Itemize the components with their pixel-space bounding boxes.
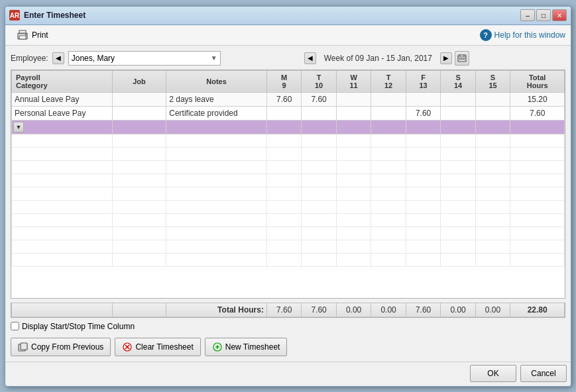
- new-row-total: [510, 120, 565, 134]
- totals-total: 22.80: [510, 303, 565, 317]
- toolbar: Print ? Help for this window: [5, 25, 571, 46]
- cancel-button[interactable]: Cancel: [520, 365, 567, 382]
- ok-button[interactable]: OK: [470, 365, 516, 382]
- window-controls: – □ ✕: [520, 9, 567, 21]
- clear-timesheet-label: Clear Timesheet: [135, 342, 193, 352]
- totals-sun: 0.00: [475, 303, 510, 317]
- cell-total: 15.20: [510, 92, 565, 106]
- col-sun: S15: [475, 70, 510, 92]
- totals-label: Total Hours:: [166, 303, 267, 317]
- svg-rect-9: [461, 58, 463, 60]
- col-wed: W11: [336, 70, 371, 92]
- totals-container: Total Hours: 7.60 7.60 0.00 0.00 7.60 0.…: [11, 303, 565, 318]
- empty-row: [12, 160, 565, 173]
- cell-payroll-category: Personal Leave Pay: [12, 106, 113, 120]
- svg-point-3: [25, 34, 27, 35]
- col-thu: T12: [371, 70, 406, 92]
- print-button[interactable]: Print: [11, 28, 54, 42]
- employee-label: Employee:: [11, 54, 48, 63]
- new-row-wed: [336, 120, 371, 134]
- ok-cancel-row: OK Cancel: [5, 362, 571, 386]
- help-button[interactable]: ? Help for this window: [480, 29, 565, 41]
- cell-sun: [475, 106, 510, 120]
- new-row-fri: [406, 120, 440, 134]
- cell-tue: 7.60: [302, 92, 336, 106]
- clear-icon: [122, 342, 133, 352]
- totals-thu: 0.00: [371, 303, 406, 317]
- svg-rect-10: [463, 58, 465, 60]
- new-row[interactable]: ▼: [12, 120, 565, 134]
- week-next-button[interactable]: ▶: [440, 52, 452, 64]
- clear-timesheet-button[interactable]: Clear Timesheet: [115, 338, 200, 356]
- svg-rect-8: [459, 58, 461, 60]
- new-row-mon: [266, 120, 301, 134]
- col-tue: T10: [302, 70, 336, 92]
- employee-row: Employee: ◀ Jones, Mary ▼ ◀ Week of 09 J…: [11, 51, 565, 66]
- maximize-button[interactable]: □: [536, 9, 551, 21]
- calendar-button[interactable]: [455, 51, 469, 66]
- help-label: Help for this window: [494, 30, 565, 40]
- employee-prev-button[interactable]: ◀: [52, 52, 64, 64]
- printer-icon: [16, 30, 29, 40]
- timesheet-table: PayrollCategory Job Notes M9 T10 W11 T12…: [11, 70, 565, 299]
- checkbox-row: Display Start/Stop Time Column: [11, 322, 565, 331]
- cell-payroll-category: Annual Leave Pay: [12, 92, 113, 106]
- cell-sun: [475, 92, 510, 106]
- col-notes: Notes: [166, 70, 267, 92]
- display-start-stop-checkbox[interactable]: [11, 322, 19, 330]
- cell-sat: [441, 92, 475, 106]
- app-icon: AR: [9, 10, 20, 21]
- employee-select[interactable]: Jones, Mary ▼: [68, 51, 221, 66]
- totals-mon: 7.60: [266, 303, 301, 317]
- totals-empty1: [12, 303, 113, 317]
- new-row-cell: ▼: [12, 120, 113, 134]
- copy-from-previous-button[interactable]: Copy From Previous: [11, 338, 111, 356]
- table-row[interactable]: Personal Leave Pay Certificate provided …: [12, 106, 565, 120]
- copy-icon: [18, 342, 29, 352]
- empty-row: [12, 240, 565, 253]
- toolbar-left: Print: [11, 28, 54, 42]
- col-fri: F13: [406, 70, 440, 92]
- close-button[interactable]: ✕: [552, 9, 567, 21]
- col-job: Job: [112, 70, 166, 92]
- title-bar: AR Enter Timesheet – □ ✕: [5, 7, 571, 25]
- col-payroll-category: PayrollCategory: [12, 70, 113, 92]
- cell-job: [112, 106, 166, 120]
- empty-row: [12, 173, 565, 187]
- bottom-buttons: Copy From Previous Clear Timesheet: [11, 338, 565, 356]
- cell-total: 7.60: [510, 106, 565, 120]
- totals-empty2: [112, 303, 166, 317]
- week-prev-button[interactable]: ◀: [304, 52, 316, 64]
- cell-notes: Certificate provided: [166, 106, 267, 120]
- new-row-job: [112, 120, 166, 134]
- new-row-thu: [371, 120, 406, 134]
- new-row-dropdown[interactable]: ▼: [13, 122, 24, 132]
- cell-tue: [302, 106, 336, 120]
- new-row-notes: [166, 120, 267, 134]
- table-row[interactable]: Annual Leave Pay 2 days leave 7.60 7.60 …: [12, 92, 565, 106]
- empty-row: [12, 253, 565, 266]
- cell-wed: [336, 92, 371, 106]
- main-window: AR Enter Timesheet – □ ✕ Print ? Help fo…: [5, 6, 571, 387]
- cell-sat: [441, 106, 475, 120]
- cell-fri: [406, 92, 440, 106]
- help-icon: ?: [480, 29, 492, 41]
- empty-row: [12, 147, 565, 160]
- empty-row: [12, 213, 565, 226]
- totals-fri: 7.60: [406, 303, 440, 317]
- cell-thu: [371, 106, 406, 120]
- col-total-hours: TotalHours: [510, 70, 565, 92]
- new-row-sat: [441, 120, 475, 134]
- display-start-stop-label[interactable]: Display Start/Stop Time Column: [22, 322, 135, 331]
- totals-table: Total Hours: 7.60 7.60 0.00 0.00 7.60 0.…: [11, 303, 565, 317]
- minimize-button[interactable]: –: [520, 9, 535, 21]
- content-area: Employee: ◀ Jones, Mary ▼ ◀ Week of 09 J…: [5, 46, 571, 362]
- cell-mon: 7.60: [266, 92, 301, 106]
- empty-row: [12, 226, 565, 240]
- new-timesheet-label: New Timesheet: [225, 342, 280, 352]
- new-row-sun: [475, 120, 510, 134]
- cell-fri: 7.60: [406, 106, 440, 120]
- empty-row: [12, 200, 565, 213]
- cell-wed: [336, 106, 371, 120]
- new-timesheet-button[interactable]: New Timesheet: [205, 338, 288, 356]
